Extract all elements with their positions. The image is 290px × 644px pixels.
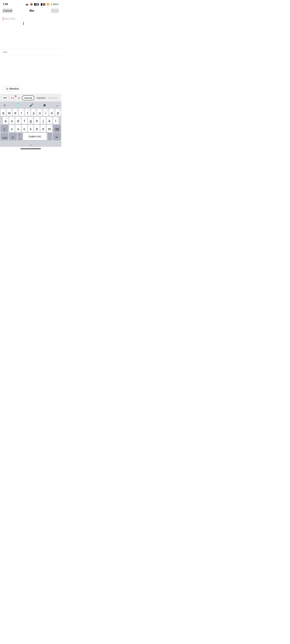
- bio-input-area[interactable]: Add a bio I: [0, 14, 61, 49]
- home-indicator: [0, 147, 61, 150]
- battery-percent: 90%: [53, 3, 57, 6]
- key-row-4: ?123 ☺ 🎤, English (UK) !?. ↵: [1, 133, 61, 140]
- key-w[interactable]: 2w: [7, 109, 12, 116]
- premium-button[interactable]: Premium: [48, 96, 58, 100]
- premium-label: Premium: [48, 96, 58, 99]
- key-v[interactable]: :v: [28, 125, 34, 132]
- status-bar: 7:43 📷 · 🔕 ▐▌▌▌ ▐▌▌▌ 📶 🔋 90%: [0, 0, 61, 8]
- status-time: 7:43: [3, 3, 8, 6]
- key-b[interactable]: ;b: [34, 125, 40, 132]
- empty-area: [0, 55, 61, 84]
- bio-cursor-line: Add a bio: [3, 17, 58, 21]
- battery-icon: 🔋 90%: [50, 3, 58, 6]
- mention-button[interactable]: @ Mention: [3, 86, 22, 92]
- collapse-keyboard-icon[interactable]: ⌄: [29, 142, 32, 146]
- battery-green-dot: [57, 4, 58, 5]
- key-p[interactable]: 0p: [55, 109, 61, 116]
- key-row-1: 1q 2w 3e 4r 5t 6y 7u 8i 9o 0p: [1, 109, 61, 116]
- home-bar: [20, 148, 41, 149]
- key-num123[interactable]: ?123: [1, 133, 8, 140]
- key-e[interactable]: 3e: [13, 109, 18, 116]
- key-l[interactable]: )l: [53, 117, 58, 124]
- at-icon: @: [6, 87, 8, 90]
- key-x[interactable]: "x: [16, 125, 21, 132]
- art-button[interactable]: ART: [2, 96, 9, 100]
- key-f[interactable]: −f: [22, 117, 27, 124]
- chevron-down-icon: ∨: [18, 96, 20, 100]
- smiley-icon[interactable]: ☻: [43, 103, 46, 107]
- keyboard-down-icon[interactable]: ⌄: [56, 103, 58, 107]
- page-title: Bio: [30, 9, 34, 12]
- key-h[interactable]: −h: [34, 117, 40, 124]
- key-g[interactable]: &g: [28, 117, 34, 124]
- normal-button[interactable]: Normal: [22, 96, 34, 100]
- keyboard-toprow: ☺ 👕 🎤 ☻ ⌄: [0, 102, 61, 109]
- vibrate-icon: 🔕: [30, 3, 33, 6]
- key-y[interactable]: 6y: [31, 109, 36, 116]
- key-o[interactable]: 9o: [50, 109, 55, 116]
- key-z[interactable]: *z: [9, 125, 15, 132]
- chevron-down-button[interactable]: ∨: [17, 96, 21, 100]
- key-s[interactable]: #s: [9, 117, 15, 124]
- shirt-icon[interactable]: 👕: [16, 103, 20, 107]
- mention-label: Mention: [10, 87, 19, 90]
- emoji-face-icon[interactable]: ☺: [3, 103, 6, 107]
- key-emoji[interactable]: ☺: [9, 133, 17, 140]
- key-i[interactable]: 8i: [43, 109, 48, 116]
- bottom-chevron: ⌄: [0, 142, 61, 147]
- random-button[interactable]: Random: [36, 96, 47, 100]
- key-q[interactable]: 1q: [1, 109, 6, 116]
- i-beam-cursor: I: [23, 21, 24, 26]
- red-dot: [15, 96, 16, 97]
- normal-label: Normal: [24, 96, 32, 99]
- big-label: B│G: [11, 97, 15, 99]
- key-t[interactable]: 5t: [25, 109, 30, 116]
- key-backspace[interactable]: ⌫: [53, 125, 61, 132]
- key-period[interactable]: !?.: [48, 133, 52, 140]
- save-button[interactable]: Save: [52, 9, 58, 13]
- signal-bars-2: ▐▌▌▌: [40, 3, 46, 6]
- nav-bar: Cancel Bio Save: [0, 8, 61, 14]
- cancel-button[interactable]: Cancel: [3, 9, 12, 13]
- key-m[interactable]: ?m: [47, 125, 52, 132]
- key-k[interactable]: (k: [47, 117, 52, 124]
- big-button[interactable]: B│G: [10, 96, 16, 100]
- key-row-2: @a #s £d −f &g −h +j (k )l: [3, 117, 58, 124]
- key-c[interactable]: 'c: [22, 125, 27, 132]
- camera-icon: 📷: [26, 3, 28, 6]
- char-count-area: 0/80: [0, 49, 61, 55]
- wifi-icon: 📶: [47, 3, 49, 6]
- signal-bars-1: ▐▌▌▌: [34, 3, 39, 6]
- key-row-3: ⇧ *z "x 'c :v ;b !n ?m ⌫: [1, 125, 61, 132]
- dot-separator: ·: [29, 3, 30, 6]
- char-count: 0/80: [3, 51, 8, 54]
- key-j[interactable]: +j: [40, 117, 46, 124]
- random-label: Random: [37, 96, 46, 99]
- text-cursor: [3, 17, 3, 20]
- key-n[interactable]: !n: [40, 125, 46, 132]
- key-a[interactable]: @a: [3, 117, 8, 124]
- key-return[interactable]: ↵: [53, 133, 61, 140]
- key-shift[interactable]: ⇧: [1, 125, 8, 132]
- status-icons: 📷 · 🔕 ▐▌▌▌ ▐▌▌▌ 📶 🔋 90%: [26, 3, 58, 6]
- mention-bar: @ Mention: [0, 84, 61, 94]
- bio-placeholder: Add a bio: [4, 17, 16, 21]
- microphone-icon[interactable]: 🎤: [29, 103, 34, 107]
- key-d[interactable]: £d: [16, 117, 21, 124]
- key-u[interactable]: 7u: [37, 109, 42, 116]
- keyboard: 1q 2w 3e 4r 5t 6y 7u 8i 9o 0p @a #s £d −…: [0, 109, 61, 142]
- key-r[interactable]: 4r: [19, 109, 24, 116]
- keyboard-toolbar: ART B│G ∨ Normal Random Premium: [0, 94, 61, 102]
- key-space[interactable]: English (UK): [23, 133, 47, 140]
- key-comma[interactable]: 🎤,: [18, 133, 22, 140]
